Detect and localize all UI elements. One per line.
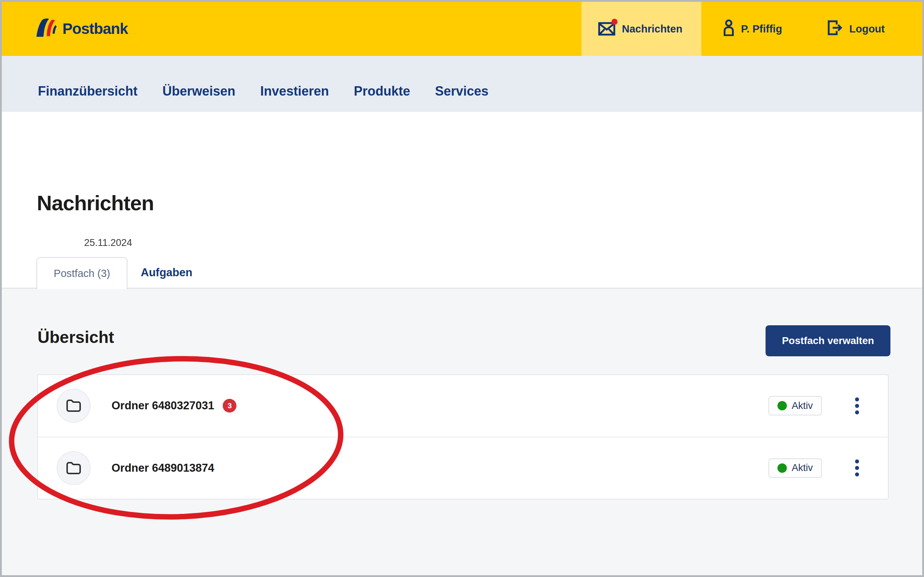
nav-item-services[interactable]: Services bbox=[435, 84, 488, 99]
header-nachrichten-label: Nachrichten bbox=[622, 23, 683, 35]
folder-name: Ordner 6489013874 bbox=[111, 462, 214, 475]
status-badge: Aktiv bbox=[769, 396, 822, 416]
header-item-user[interactable]: P. Pfiffig bbox=[714, 2, 800, 56]
postbank-app-window: Postbank Nachrichten P. Pfiffig bbox=[0, 0, 924, 577]
envelope-icon bbox=[598, 22, 615, 36]
header-item-logout[interactable]: Logout bbox=[816, 2, 904, 56]
folder-row-2[interactable]: Ordner 6489013874 Aktiv bbox=[38, 437, 888, 499]
status-active-dot bbox=[777, 401, 787, 410]
folder-icon bbox=[66, 399, 82, 413]
row-kebab-menu[interactable] bbox=[853, 395, 861, 416]
page-title: Nachrichten bbox=[37, 191, 154, 215]
user-icon bbox=[723, 19, 735, 39]
folder-list-card: Ordner 6480327031 3 Aktiv Ordner 6489013… bbox=[37, 374, 888, 500]
tab-postfach[interactable]: Postfach (3) bbox=[36, 257, 128, 289]
main-nav: Finanzübersicht Überweisen Investieren P… bbox=[2, 56, 922, 112]
status-badge: Aktiv bbox=[769, 458, 822, 478]
nav-item-produkte[interactable]: Produkte bbox=[354, 84, 410, 99]
top-header: Postbank Nachrichten P. Pfiffig bbox=[2, 2, 922, 56]
folder-icon-circle bbox=[57, 451, 90, 485]
header-user-label: P. Pfiffig bbox=[741, 23, 782, 35]
status-label: Aktiv bbox=[792, 462, 813, 474]
folder-row-1[interactable]: Ordner 6480327031 3 Aktiv bbox=[38, 375, 888, 437]
nav-item-finanzuebersicht[interactable]: Finanzübersicht bbox=[38, 84, 137, 99]
tab-separator-line bbox=[2, 288, 922, 288]
section-heading: Übersicht bbox=[37, 327, 114, 347]
header-logout-label: Logout bbox=[849, 23, 885, 35]
row-kebab-menu[interactable] bbox=[853, 457, 861, 479]
postbank-logo-icon bbox=[36, 18, 57, 39]
nav-item-ueberweisen[interactable]: Überweisen bbox=[162, 84, 235, 99]
folder-name: Ordner 6480327031 bbox=[111, 399, 214, 412]
tab-postfach-label: Postfach (3) bbox=[54, 268, 110, 279]
page-date: 25.11.2024 bbox=[84, 237, 132, 248]
postbank-logo[interactable]: Postbank bbox=[36, 2, 128, 56]
folder-icon bbox=[66, 461, 82, 475]
folder-icon-circle bbox=[57, 389, 90, 423]
logout-icon bbox=[826, 19, 843, 39]
nav-item-investieren[interactable]: Investieren bbox=[260, 84, 329, 99]
status-label: Aktiv bbox=[792, 400, 813, 411]
status-active-dot bbox=[777, 463, 787, 473]
brand-name: Postbank bbox=[63, 20, 128, 37]
tab-aufgaben[interactable]: Aufgaben bbox=[141, 257, 192, 288]
tab-aufgaben-label: Aufgaben bbox=[141, 266, 192, 279]
unread-count-badge: 3 bbox=[223, 399, 236, 413]
unread-notification-dot bbox=[611, 19, 617, 25]
header-item-nachrichten[interactable]: Nachrichten bbox=[582, 2, 701, 56]
manage-postfach-button[interactable]: Postfach verwalten bbox=[766, 325, 890, 356]
